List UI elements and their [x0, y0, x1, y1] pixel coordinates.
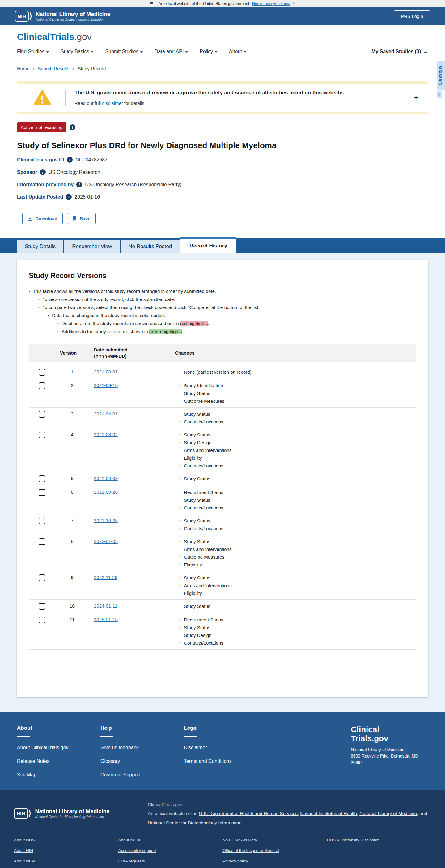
heres-how-you-know-link[interactable]: Here's how you know [252, 1, 290, 6]
subfooter-link-foia-requests[interactable]: FOIA requests [118, 859, 223, 863]
change-text: Study Status [184, 602, 210, 610]
official-link-1[interactable]: National Institutes of Health [300, 811, 356, 816]
glossary-panel: Glossary « [437, 61, 445, 98]
disclaimer-link[interactable]: disclaimer [102, 100, 123, 106]
official-link-0[interactable]: U.S. Department of Health and Human Serv… [199, 811, 298, 816]
footer-link-release-notes[interactable]: Release Notes [17, 758, 100, 764]
subfooter-link-privacy-policy[interactable]: Privacy policy [222, 859, 327, 863]
version-checkbox[interactable] [39, 489, 45, 496]
change-item: ▪Study Status [175, 475, 411, 483]
version-checkbox[interactable] [39, 575, 45, 581]
table-row: 112025-01-15▪Recruitment Status▪Study St… [29, 613, 416, 650]
study-field: SponsoriUS Oncology Research [17, 169, 428, 175]
nav-item-policy[interactable]: Policy [200, 49, 217, 55]
breadcrumb-home-link[interactable]: Home [17, 66, 29, 71]
nav-item-study-basics[interactable]: Study Basics [61, 49, 93, 55]
official-link-2[interactable]: National Library of Medicine [360, 811, 417, 816]
nav-item-data-and-api[interactable]: Data and API [155, 49, 188, 55]
site-footer: AboutAbout ClinicalTrials.govRelease Not… [0, 712, 445, 790]
subfooter-link-accessibility-support[interactable]: Accessibility support [118, 848, 223, 853]
footer-link-disclaimer[interactable]: Disclaimer [184, 745, 267, 750]
version-date-link[interactable]: 2025-01-15 [94, 617, 118, 622]
subfooter-link-about-hhs[interactable]: About HHS [14, 838, 118, 842]
nav-item-find-studies[interactable]: Find Studies [17, 49, 49, 55]
version-date-link[interactable]: 2022-11-29 [94, 575, 117, 580]
bullet-icon: ▪ [179, 418, 180, 426]
version-date-link[interactable]: 2021-03-01 [94, 369, 118, 374]
address-line: 20894 [351, 760, 428, 766]
tab-no-results-posted[interactable]: No Results Posted [121, 240, 179, 253]
table-row: 102024-01-11▪Study Status [29, 600, 416, 613]
info-icon[interactable]: i [66, 194, 72, 200]
glossary-collapse-icon[interactable]: « [437, 91, 442, 98]
version-date-link[interactable]: 2021-04-01 [94, 411, 118, 416]
version-checkbox[interactable] [39, 538, 45, 545]
bullet-icon: ▪ [179, 504, 180, 512]
record-toolbar: Download Save [17, 208, 428, 229]
breadcrumb-search-results-link[interactable]: Search Results [38, 66, 69, 71]
tab-study-details[interactable]: Study Details [17, 240, 63, 253]
version-checkbox[interactable] [39, 475, 45, 482]
version-date-link[interactable]: 2021-09-03 [94, 476, 118, 481]
version-checkbox[interactable] [39, 432, 45, 438]
official-link-3[interactable]: National Center for Biotechnology Inform… [148, 820, 242, 825]
clinicaltrials-logo[interactable]: ClinicalTrials.gov [17, 32, 428, 42]
nav-item-about[interactable]: About [229, 49, 246, 55]
info-icon[interactable]: i [70, 124, 75, 130]
info-icon[interactable]: i [67, 157, 73, 163]
prs-login-button[interactable]: PRS Login [394, 10, 430, 22]
bullet-icon: ▪ [29, 287, 30, 296]
version-date-link[interactable]: 2021-10-25 [94, 518, 118, 523]
download-button[interactable]: Download [22, 213, 63, 224]
note-text: To view one version of the study record,… [42, 296, 175, 304]
record-history-section: Study Record Versions ▪This table shows … [0, 253, 445, 712]
subfooter-link-about-nih[interactable]: About NIH [14, 848, 118, 853]
version-checkbox[interactable] [39, 518, 45, 524]
tab-record-history[interactable]: Record History [180, 237, 236, 253]
subfooter-link-no-fear-act-data[interactable]: No FEAR Act Data [222, 838, 327, 842]
footer-column-heading: Legal [184, 725, 267, 731]
nav-item-label: Policy [200, 49, 213, 55]
save-button[interactable]: Save [67, 213, 96, 224]
version-checkbox[interactable] [39, 603, 45, 610]
change-item: ▪Study Status [175, 431, 411, 439]
version-checkbox[interactable] [39, 411, 45, 417]
version-checkbox[interactable] [39, 617, 45, 623]
subfooter-link-about-nlm[interactable]: About NLM [14, 859, 118, 863]
nav-item-label: Submit Studies [105, 49, 138, 55]
version-changes: ▪Recruitment Status▪Study Status▪Study D… [170, 613, 416, 650]
footer-link-glossary[interactable]: Glossary [100, 758, 184, 764]
subfooter-link-hhs-vulnerability-disclosure[interactable]: HHS Vulnerability Disclosure [327, 838, 432, 842]
footer-link-site-map[interactable]: Site Map [17, 772, 100, 778]
glossary-tab[interactable]: Glossary [437, 61, 445, 90]
version-date-link[interactable]: 2021-08-02 [94, 432, 118, 437]
footer-link-give-us-feedback[interactable]: Give us feedback [100, 745, 184, 750]
subfooter-link-office-of-the-inspector-general[interactable]: Office of the Inspector General [222, 848, 327, 853]
my-saved-studies-link[interactable]: My Saved Studies (0) → [372, 49, 428, 55]
nav-item-submit-studies[interactable]: Submit Studies [105, 49, 143, 55]
version-checkbox[interactable] [39, 369, 45, 375]
version-checkbox[interactable] [39, 382, 45, 389]
study-field: ClinicalTrials.gov IDiNCT04782687 [17, 157, 428, 163]
warning-triangle-icon [33, 90, 51, 106]
subfooter-link-about-ncbi[interactable]: About NCBI [118, 838, 223, 842]
nav-item-label: About [229, 49, 242, 55]
info-icon[interactable]: i [76, 182, 82, 187]
tab-researcher-view[interactable]: Researcher View [64, 240, 119, 253]
subfooter-site-name: ClinicalTrials.gov [148, 800, 431, 809]
footer-link-customer-support[interactable]: Customer Support [100, 772, 184, 778]
nlm-footer-logo[interactable]: NIH ⟩ National Library of Medicine Natio… [14, 800, 133, 827]
footer-link-about-clinicaltrials-gov[interactable]: About ClinicalTrials.gov [17, 745, 100, 750]
info-icon[interactable]: i [40, 169, 46, 175]
version-changes: ▪Study Status▪Study Design▪Arms and Inte… [170, 428, 416, 472]
expand-plus-icon[interactable]: + [413, 94, 418, 102]
nlm-logo[interactable]: NIH ⟩ National Library of Medicine Natio… [15, 11, 110, 22]
version-date-link[interactable]: 2021-09-28 [94, 489, 118, 495]
footer-link-terms-and-conditions[interactable]: Terms and Conditions [184, 758, 267, 764]
version-date-link[interactable]: 2022-01-05 [94, 538, 118, 544]
version-date-link[interactable]: 2021-03-10 [94, 383, 118, 388]
version-date-link[interactable]: 2024-01-11 [94, 603, 117, 609]
table-row: 12021-03-01▪None (earliest version on re… [29, 366, 416, 379]
change-text: Arms and Interventions [184, 545, 232, 553]
divider [184, 736, 197, 737]
